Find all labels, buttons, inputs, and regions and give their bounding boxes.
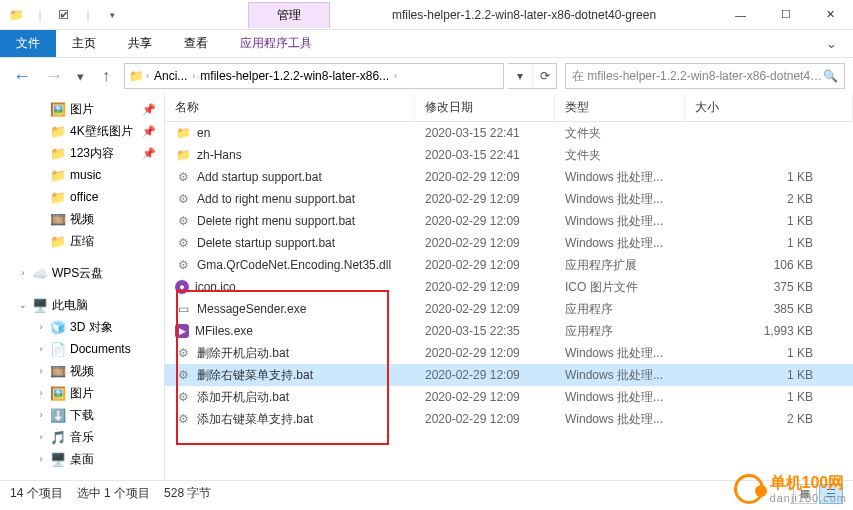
sidebar-item-label: music <box>70 168 101 182</box>
chevron-down-icon[interactable]: ⌄ <box>18 300 28 310</box>
file-icon: ● <box>175 280 189 294</box>
sidebar-item-thispc[interactable]: ⌄🖥️此电脑 <box>0 294 164 316</box>
ribbon-expand-icon[interactable]: ⌄ <box>810 30 853 57</box>
file-name: MFiles.exe <box>195 324 253 338</box>
title-bar: 📁 | 🗹 | ▾ 管理 mfiles-helper-1.2.2-win8-la… <box>0 0 853 30</box>
address-bar[interactable]: 📁 › Anci... › mfiles-helper-1.2.2-win8-l… <box>124 63 504 89</box>
table-row[interactable]: ⚙添加开机启动.bat 2020-02-29 12:09 Windows 批处理… <box>165 386 853 408</box>
table-row[interactable]: 📁zh-Hans 2020-03-15 22:41 文件夹 <box>165 144 853 166</box>
table-row[interactable]: ⚙Add to right menu support.bat 2020-02-2… <box>165 188 853 210</box>
sidebar-item[interactable]: 🎞️视频 <box>0 208 164 230</box>
sidebar-item[interactable]: 📁music <box>0 164 164 186</box>
sidebar-item[interactable]: ›🖥️桌面 <box>0 448 164 470</box>
sidebar-item[interactable]: ›🖼️图片 <box>0 382 164 404</box>
chevron-right-icon[interactable]: › <box>36 454 46 464</box>
sidebar-item[interactable]: 📁4K壁纸图片📌 <box>0 120 164 142</box>
nav-back-button[interactable]: ← <box>8 62 36 90</box>
sidebar-item[interactable]: ›🎞️视频 <box>0 360 164 382</box>
table-row[interactable]: ▭MessageSender.exe 2020-02-29 12:09 应用程序… <box>165 298 853 320</box>
tab-home[interactable]: 主页 <box>56 30 112 57</box>
search-input[interactable]: 在 mfiles-helper-1.2.2-win8-later-x86-dot… <box>565 63 845 89</box>
breadcrumb-segment[interactable]: Anci... <box>151 69 190 83</box>
sidebar-item-label: 此电脑 <box>52 297 88 314</box>
tab-share[interactable]: 共享 <box>112 30 168 57</box>
table-row[interactable]: ⚙Delete right menu support.bat 2020-02-2… <box>165 210 853 232</box>
table-row[interactable]: ⚙Add startup support.bat 2020-02-29 12:0… <box>165 166 853 188</box>
sidebar-item[interactable]: ›📄Documents <box>0 338 164 360</box>
nav-up-button[interactable]: ↑ <box>92 62 120 90</box>
file-icon: ⚙ <box>175 257 191 273</box>
sidebar-item[interactable]: ›🧊3D 对象 <box>0 316 164 338</box>
tab-view[interactable]: 查看 <box>168 30 224 57</box>
file-icon: ⚙ <box>175 389 191 405</box>
sidebar-item[interactable]: 📁压缩 <box>0 230 164 252</box>
minimize-button[interactable]: — <box>718 0 763 30</box>
table-row[interactable]: ⚙Delete startup support.bat 2020-02-29 1… <box>165 232 853 254</box>
address-dropdown-icon[interactable]: ▾ <box>508 64 532 88</box>
maximize-button[interactable]: ☐ <box>763 0 808 30</box>
file-icon: ⚙ <box>175 411 191 427</box>
table-row[interactable]: ▶MFiles.exe 2020-03-15 22:35 应用程序 1,993 … <box>165 320 853 342</box>
item-icon: 🖥️ <box>50 451 66 467</box>
watermark-sub: danji100.com <box>770 492 847 504</box>
folder-icon: 🖼️ <box>50 101 66 117</box>
file-date: 2020-03-15 22:41 <box>415 126 555 140</box>
table-row[interactable]: ⚙添加右键菜单支持.bat 2020-02-29 12:09 Windows 批… <box>165 408 853 430</box>
tab-apptools[interactable]: 应用程序工具 <box>224 30 328 57</box>
chevron-right-icon: › <box>146 71 149 81</box>
chevron-right-icon[interactable]: › <box>36 366 46 376</box>
sidebar-item-wps[interactable]: ›☁️WPS云盘 <box>0 262 164 284</box>
file-name: 添加右键菜单支持.bat <box>197 411 313 428</box>
chevron-right-icon[interactable]: › <box>36 344 46 354</box>
nav-history-dropdown[interactable]: ▾ <box>72 62 88 90</box>
tab-file[interactable]: 文件 <box>0 30 56 57</box>
sidebar-item[interactable]: ›🎵音乐 <box>0 426 164 448</box>
chevron-right-icon[interactable]: › <box>18 268 28 278</box>
sidebar-item[interactable]: 📁office <box>0 186 164 208</box>
file-name: en <box>197 126 210 140</box>
file-type: Windows 批处理... <box>555 345 685 362</box>
contextual-tab-manage[interactable]: 管理 <box>248 2 330 28</box>
col-size[interactable]: 大小 <box>685 94 853 121</box>
sidebar-item[interactable]: 📁123内容📌 <box>0 142 164 164</box>
chevron-right-icon[interactable]: › <box>36 322 46 332</box>
file-name: Add startup support.bat <box>197 170 322 184</box>
table-row[interactable]: ⚙删除右键菜单支持.bat 2020-02-29 12:09 Windows 批… <box>165 364 853 386</box>
cloud-icon: ☁️ <box>32 265 48 281</box>
file-icon: 📁 <box>175 125 191 141</box>
nav-forward-button[interactable]: → <box>40 62 68 90</box>
file-date: 2020-02-29 12:09 <box>415 368 555 382</box>
file-date: 2020-02-29 12:09 <box>415 346 555 360</box>
chevron-right-icon[interactable]: › <box>36 388 46 398</box>
window-title: mfiles-helper-1.2.2-win8-later-x86-dotne… <box>330 8 718 22</box>
search-icon[interactable]: 🔍 <box>823 69 838 83</box>
col-name[interactable]: 名称 <box>165 94 415 121</box>
checked-folder-icon[interactable]: 🗹 <box>54 5 74 25</box>
refresh-button[interactable]: ⟳ <box>532 64 556 88</box>
file-icon: ⚙ <box>175 345 191 361</box>
folder-icon: 📁 <box>50 233 66 249</box>
file-size: 375 KB <box>685 280 853 294</box>
close-button[interactable]: ✕ <box>808 0 853 30</box>
chevron-right-icon[interactable]: › <box>36 432 46 442</box>
table-row[interactable]: 📁en 2020-03-15 22:41 文件夹 <box>165 122 853 144</box>
sidebar-item[interactable]: 🖼️图片📌 <box>0 98 164 120</box>
file-date: 2020-02-29 12:09 <box>415 170 555 184</box>
sidebar-item-label: 图片 <box>70 385 94 402</box>
pin-icon: 📌 <box>142 147 156 160</box>
selection-bytes: 528 字节 <box>164 485 211 502</box>
file-size: 1,993 KB <box>685 324 853 338</box>
file-icon: ⚙ <box>175 213 191 229</box>
sidebar-item[interactable]: ›⬇️下载 <box>0 404 164 426</box>
table-row[interactable]: ⚙Gma.QrCodeNet.Encoding.Net35.dll 2020-0… <box>165 254 853 276</box>
qat-dropdown-icon[interactable]: ▾ <box>102 5 122 25</box>
file-type: 应用程序扩展 <box>555 257 685 274</box>
chevron-right-icon[interactable]: › <box>36 410 46 420</box>
computer-icon: 🖥️ <box>32 297 48 313</box>
breadcrumb-segment[interactable]: mfiles-helper-1.2.2-win8-later-x86... <box>197 69 392 83</box>
table-row[interactable]: ⚙删除开机启动.bat 2020-02-29 12:09 Windows 批处理… <box>165 342 853 364</box>
col-date[interactable]: 修改日期 <box>415 94 555 121</box>
col-type[interactable]: 类型 <box>555 94 685 121</box>
table-row[interactable]: ●icon.ico 2020-02-29 12:09 ICO 图片文件 375 … <box>165 276 853 298</box>
file-icon: ⚙ <box>175 191 191 207</box>
